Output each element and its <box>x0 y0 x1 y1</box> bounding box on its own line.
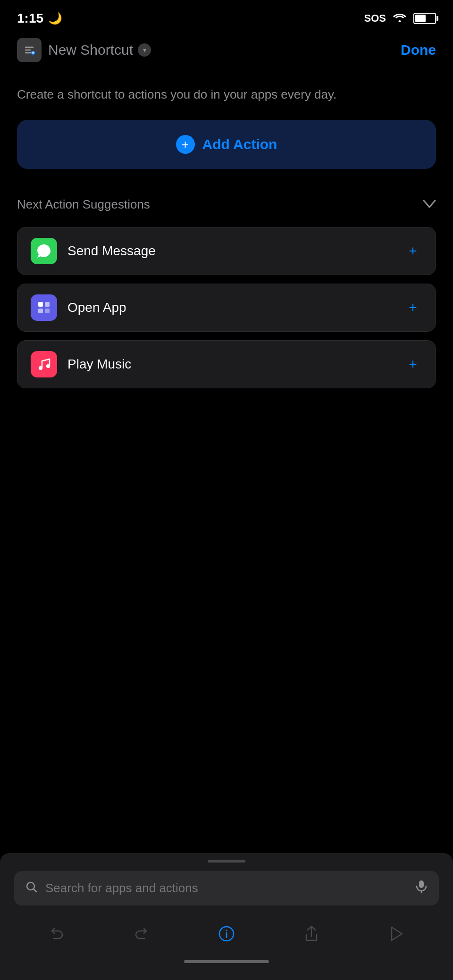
open-app-label: Open App <box>67 300 126 315</box>
search-icon <box>25 881 38 896</box>
sos-label: SOS <box>364 12 386 25</box>
info-button[interactable] <box>210 920 243 948</box>
description-text: Create a shortcut to actions you do in y… <box>17 86 436 103</box>
status-bar: 1:15 🌙 SOS <box>0 0 453 33</box>
nav-title[interactable]: New Shortcut ▾ <box>48 42 151 58</box>
send-message-label: Send Message <box>67 243 156 259</box>
suggestion-left: Open App <box>31 294 126 321</box>
messages-app-icon <box>31 238 57 264</box>
suggestion-left: Send Message <box>31 238 156 264</box>
undo-button[interactable] <box>40 920 73 948</box>
bottom-handle <box>14 853 439 871</box>
suggestion-play-music[interactable]: Play Music + <box>17 340 436 388</box>
bottom-panel <box>0 853 453 980</box>
redo-button[interactable] <box>125 920 158 948</box>
send-message-add-button[interactable]: + <box>403 243 422 259</box>
nav-title-text: New Shortcut <box>48 42 133 58</box>
main-content: Create a shortcut to actions you do in y… <box>0 72 453 388</box>
suggestion-left: Play Music <box>31 351 131 377</box>
search-bar[interactable] <box>14 871 439 905</box>
nav-bar: New Shortcut ▾ Done <box>0 33 453 72</box>
time-display: 1:15 <box>17 11 43 26</box>
svg-rect-5 <box>45 309 50 313</box>
shortcut-app-icon <box>17 38 42 62</box>
play-button[interactable] <box>380 920 413 948</box>
svg-rect-9 <box>419 880 424 888</box>
battery-icon <box>413 13 436 24</box>
status-time: 1:15 🌙 <box>17 11 62 26</box>
battery-fill <box>415 15 426 22</box>
add-action-button[interactable]: + Add Action <box>17 120 436 169</box>
suggestions-header[interactable]: Next Action Suggestions <box>17 197 436 216</box>
handle-bar <box>208 860 245 863</box>
suggestions-section: Next Action Suggestions Send Message + <box>17 197 436 388</box>
share-button[interactable] <box>295 920 328 948</box>
play-music-label: Play Music <box>67 357 131 372</box>
suggestions-collapse-icon <box>423 199 436 211</box>
suggestion-send-message[interactable]: Send Message + <box>17 227 436 275</box>
svg-rect-4 <box>38 309 43 313</box>
svg-rect-2 <box>38 302 43 307</box>
svg-point-7 <box>46 364 50 368</box>
status-right-icons: SOS <box>364 12 436 25</box>
music-app-icon <box>31 351 57 377</box>
open-app-add-button[interactable]: + <box>403 300 422 316</box>
moon-icon: 🌙 <box>48 12 62 25</box>
search-input[interactable] <box>45 881 408 896</box>
play-music-add-button[interactable]: + <box>403 356 422 372</box>
suggestion-open-app[interactable]: Open App + <box>17 284 436 332</box>
suggestions-title: Next Action Suggestions <box>17 197 150 212</box>
svg-point-11 <box>226 930 227 931</box>
open-app-icon <box>31 294 57 321</box>
microphone-icon[interactable] <box>415 879 428 897</box>
home-indicator <box>14 955 439 966</box>
svg-rect-3 <box>45 302 50 307</box>
bottom-toolbar <box>14 915 439 955</box>
add-action-label: Add Action <box>202 136 277 152</box>
done-button[interactable]: Done <box>401 42 436 58</box>
chevron-down-icon[interactable]: ▾ <box>138 43 151 57</box>
home-bar <box>184 960 269 963</box>
plus-circle-icon: + <box>176 135 195 154</box>
wifi-icon <box>393 12 407 25</box>
svg-point-6 <box>39 366 42 370</box>
nav-title-area: New Shortcut ▾ <box>17 38 151 62</box>
